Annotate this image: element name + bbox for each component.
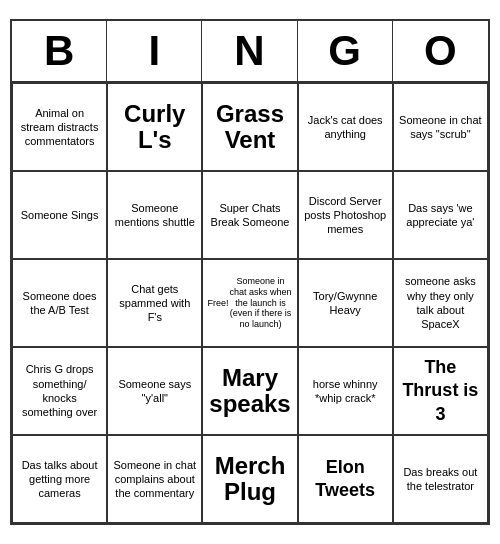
cell-text-20: Das talks about getting more cameras	[17, 458, 102, 501]
cell-text-22: Merch Plug	[207, 453, 292, 506]
bingo-letter-g: G	[298, 21, 393, 81]
bingo-cell-10: Someone does the A/B Test	[12, 259, 107, 347]
cell-text-3: Jack's cat does anything	[303, 113, 388, 142]
bingo-letter-b: B	[12, 21, 107, 81]
cell-text-12: Free!	[207, 298, 228, 309]
bingo-letter-n: N	[202, 21, 297, 81]
bingo-cell-19: The Thrust is 3	[393, 347, 488, 435]
bingo-cell-16: Someone says "y'all"	[107, 347, 202, 435]
bingo-cell-17: Mary speaks	[202, 347, 297, 435]
bingo-cell-20: Das talks about getting more cameras	[12, 435, 107, 523]
bingo-cell-11: Chat gets spammed with F's	[107, 259, 202, 347]
bingo-header: BINGO	[12, 21, 488, 83]
cell-text-5: Someone Sings	[21, 208, 99, 222]
bingo-grid: Animal on stream distracts commentatorsC…	[12, 83, 488, 523]
bingo-cell-2: Grass Vent	[202, 83, 297, 171]
bingo-cell-5: Someone Sings	[12, 171, 107, 259]
cell-text-8: Discord Server posts Photoshop memes	[303, 194, 388, 237]
cell-text-10: Someone does the A/B Test	[17, 289, 102, 318]
cell-text-17: Mary speaks	[207, 365, 292, 418]
bingo-cell-1: Curly L's	[107, 83, 202, 171]
bingo-cell-23: Elon Tweets	[298, 435, 393, 523]
bingo-cell-24: Das breaks out the telestrator	[393, 435, 488, 523]
bingo-cell-22: Merch Plug	[202, 435, 297, 523]
bingo-letter-o: O	[393, 21, 488, 81]
cell-text-18: horse whinny *whip crack*	[303, 377, 388, 406]
bingo-cell-15: Chris G drops something/ knocks somethin…	[12, 347, 107, 435]
bingo-cell-12: Free!Someone in chat asks when the launc…	[202, 259, 297, 347]
cell-text-2: Grass Vent	[207, 101, 292, 154]
bingo-cell-0: Animal on stream distracts commentators	[12, 83, 107, 171]
cell-text-21: Someone in chat complains about the comm…	[112, 458, 197, 501]
cell-text-23: Elon Tweets	[303, 456, 388, 503]
bingo-cell-18: horse whinny *whip crack*	[298, 347, 393, 435]
cell-text-24: Das breaks out the telestrator	[398, 465, 483, 494]
bingo-cell-9: Das says 'we appreciate ya'	[393, 171, 488, 259]
bingo-cell-21: Someone in chat complains about the comm…	[107, 435, 202, 523]
cell-text-1: Curly L's	[112, 101, 197, 154]
bingo-cell-13: Tory/Gwynne Heavy	[298, 259, 393, 347]
cell-text-13: Tory/Gwynne Heavy	[303, 289, 388, 318]
cell-text-11: Chat gets spammed with F's	[112, 282, 197, 325]
cell-text-4: Someone in chat says "scrub"	[398, 113, 483, 142]
bingo-cell-3: Jack's cat does anything	[298, 83, 393, 171]
bingo-cell-6: Someone mentions shuttle	[107, 171, 202, 259]
bingo-cell-7: Super Chats Break Someone	[202, 171, 297, 259]
bingo-cell-4: Someone in chat says "scrub"	[393, 83, 488, 171]
cell-text-0: Animal on stream distracts commentators	[17, 106, 102, 149]
bingo-letter-i: I	[107, 21, 202, 81]
bingo-cell-14: someone asks why they only talk about Sp…	[393, 259, 488, 347]
cell-text-15: Chris G drops something/ knocks somethin…	[17, 362, 102, 419]
cell-text-9: Das says 'we appreciate ya'	[398, 201, 483, 230]
cell-text-19: The Thrust is 3	[398, 356, 483, 426]
cell-text-16: Someone says "y'all"	[112, 377, 197, 406]
cell-text-6: Someone mentions shuttle	[112, 201, 197, 230]
cell-text-14: someone asks why they only talk about Sp…	[398, 274, 483, 331]
cell-text-12: Someone in chat asks when the launch is …	[228, 276, 292, 330]
cell-text-7: Super Chats Break Someone	[207, 201, 292, 230]
bingo-cell-8: Discord Server posts Photoshop memes	[298, 171, 393, 259]
bingo-card: BINGO Animal on stream distracts comment…	[10, 19, 490, 525]
